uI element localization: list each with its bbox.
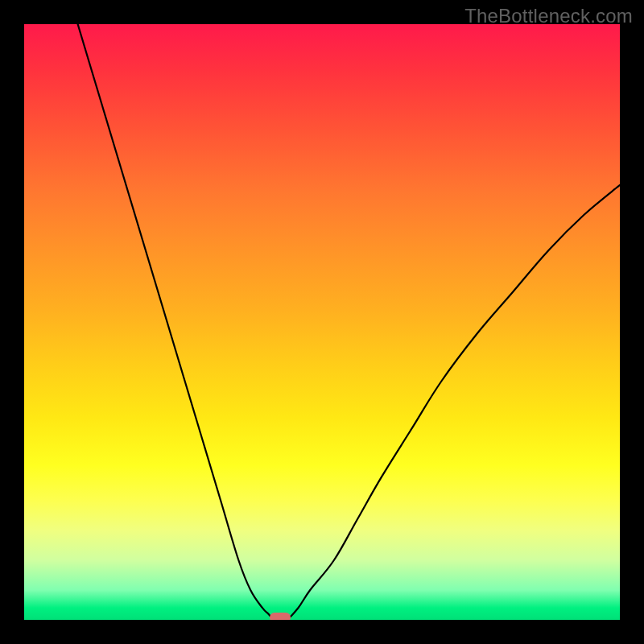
chart-frame: TheBottleneck.com xyxy=(0,0,644,644)
plot-area xyxy=(24,24,620,620)
optimal-point-marker xyxy=(270,613,291,620)
curve-layer xyxy=(24,24,620,620)
watermark-text: TheBottleneck.com xyxy=(464,5,633,27)
bottleneck-curve-path xyxy=(78,24,620,620)
